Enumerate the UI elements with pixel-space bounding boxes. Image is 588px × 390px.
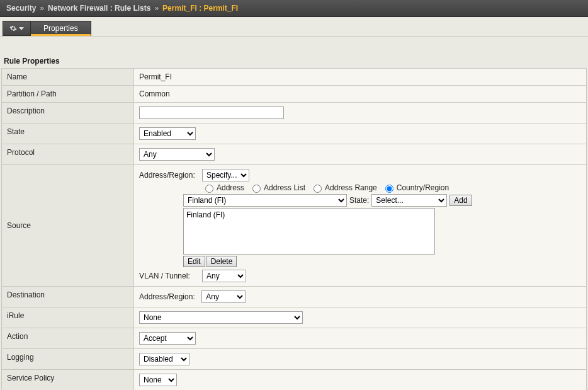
- add-button[interactable]: Add: [449, 195, 472, 206]
- label-irule: iRule: [2, 307, 134, 328]
- radio-address[interactable]: [205, 185, 213, 193]
- label-state: State: [2, 123, 134, 144]
- radio-country-region[interactable]: [385, 185, 393, 193]
- breadcrumb-root[interactable]: Security: [6, 4, 36, 13]
- rule-properties-table: Name Permit_FI Partition / Path Common D…: [1, 68, 587, 390]
- value-partition: Common: [134, 86, 587, 103]
- service-policy-select[interactable]: None: [139, 374, 177, 386]
- radio-address-range[interactable]: [314, 185, 322, 193]
- radio-country-region-label: Country/Region: [397, 183, 449, 192]
- breadcrumb: Security » Network Firewall : Rule Lists…: [0, 0, 588, 17]
- label-action: Action: [2, 328, 134, 349]
- source-listbox[interactable]: Finland (FI): [183, 208, 435, 255]
- protocol-select[interactable]: Any: [139, 148, 215, 161]
- radio-address-label: Address: [217, 183, 244, 192]
- value-name: Permit_FI: [134, 69, 587, 86]
- label-partition: Partition / Path: [2, 86, 134, 103]
- tab-label: Properties: [43, 24, 78, 33]
- state-select[interactable]: Enabled: [139, 127, 196, 140]
- description-input[interactable]: [139, 106, 284, 119]
- label-source: Source: [2, 165, 134, 287]
- section-title: Rule Properties: [1, 39, 587, 68]
- vlan-select[interactable]: Any: [202, 270, 246, 282]
- delete-button[interactable]: Delete: [206, 256, 237, 267]
- label-protocol: Protocol: [2, 144, 134, 165]
- logging-select[interactable]: Disabled: [139, 353, 189, 365]
- edit-button[interactable]: Edit: [183, 256, 205, 267]
- label-service-policy: Service Policy: [2, 370, 134, 391]
- radio-address-list-label: Address List: [264, 183, 305, 192]
- label-destination: Destination: [2, 287, 134, 307]
- breadcrumb-leaf: Permit_FI : Permit_FI: [162, 4, 238, 13]
- state-field-label: State:: [349, 196, 369, 205]
- dest-addr-region-select[interactable]: Any: [201, 290, 246, 303]
- chevron-down-icon: [19, 27, 24, 30]
- src-addr-region-select[interactable]: Specify...: [202, 169, 249, 181]
- gear-icon: [9, 25, 17, 32]
- state-field-select[interactable]: Select...: [371, 194, 447, 207]
- country-select[interactable]: Finland (FI): [183, 194, 347, 207]
- label-logging: Logging: [2, 349, 134, 370]
- radio-address-list[interactable]: [252, 185, 261, 193]
- label-description: Description: [2, 103, 134, 123]
- toolbar: Properties: [0, 17, 588, 37]
- breadcrumb-sep: »: [154, 4, 159, 13]
- src-addr-region-label: Address/Region:: [139, 171, 200, 180]
- breadcrumb-mid[interactable]: Network Firewall : Rule Lists: [48, 4, 150, 13]
- src-type-radios: Address Address List Address Range Count…: [202, 183, 581, 193]
- label-name: Name: [2, 69, 134, 86]
- tab-properties[interactable]: Properties: [31, 21, 91, 36]
- content: Rule Properties Name Permit_FI Partition…: [0, 37, 588, 390]
- vlan-label: VLAN / Tunnel:: [139, 272, 200, 280]
- breadcrumb-sep: »: [40, 4, 44, 13]
- dest-addr-region-label: Address/Region:: [139, 292, 200, 301]
- settings-menu[interactable]: [3, 21, 31, 36]
- action-select[interactable]: Accept: [139, 332, 196, 345]
- irule-select[interactable]: None: [139, 311, 303, 324]
- radio-address-range-label: Address Range: [325, 183, 377, 192]
